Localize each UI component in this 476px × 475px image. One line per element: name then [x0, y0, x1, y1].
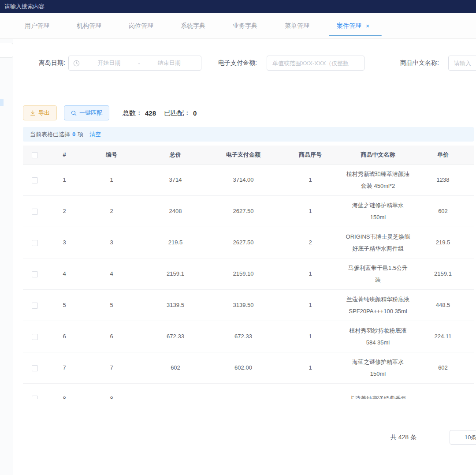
selection-count: 0 — [72, 131, 75, 138]
cell-unit: 219.5 — [412, 227, 474, 258]
cell-epay: 2627.50 — [210, 227, 277, 258]
selection-suffix: 项 — [78, 131, 83, 138]
start-date-placeholder[interactable]: 开始日期 — [82, 59, 136, 67]
cell-index: 5 — [47, 289, 82, 321]
row-checkbox[interactable] — [32, 209, 38, 215]
cell-total: 3139.5 — [141, 289, 210, 321]
cell-seq: 1 — [277, 289, 344, 321]
one-click-match-button[interactable]: 一键匹配 — [64, 105, 109, 120]
col-header-unit: 单价 — [412, 146, 474, 164]
row-checkbox[interactable] — [32, 396, 38, 399]
cell-unit — [412, 383, 474, 399]
cell-name: 植村秀羽纱持妆粉底液 584 35ml — [344, 321, 412, 352]
row-checkbox[interactable] — [32, 334, 38, 340]
table-row: 1 1 3714 3714.00 1 植村秀新琥珀臻萃洁颜油套装 450ml*2… — [23, 164, 474, 195]
export-button[interactable]: 导出 — [23, 105, 57, 120]
date-separator: - — [136, 60, 141, 67]
page-size-value: 10条/页 — [465, 434, 476, 441]
col-header-seq: 商品序号 — [277, 146, 344, 164]
total-count-value: 428 — [145, 109, 156, 117]
global-search-input[interactable]: 请输入搜索内容 — [0, 0, 45, 11]
cell-index: 2 — [47, 195, 82, 227]
cell-seq: 1 — [277, 352, 344, 383]
tab-system-dict[interactable]: 系统字典 — [181, 13, 205, 39]
col-header-name: 商品中文名称 — [344, 146, 412, 164]
cell-seq: 1 — [277, 321, 344, 352]
epay-amount-input[interactable] — [267, 56, 364, 70]
row-checkbox[interactable] — [32, 240, 38, 246]
close-icon[interactable]: × — [366, 22, 369, 30]
table-header-row: # 编号 总价 电子支付金额 商品序号 商品中文名称 单价 — [23, 146, 474, 164]
cell-unit: 448.5 — [412, 289, 474, 321]
cell-epay: 672.33 — [210, 321, 277, 352]
table-row: 5 5 3139.5 3139.50 1 兰蔻菁纯臻颜精华粉底液SPF20PA+… — [23, 289, 474, 321]
product-name-field-box — [448, 56, 476, 71]
download-icon — [30, 110, 36, 116]
cell-code: 3 — [82, 227, 141, 258]
cell-seq — [277, 383, 344, 399]
row-checkbox[interactable] — [32, 365, 38, 371]
cell-name: ORIGINS韦博士灵芝焕能好底子精华水两件组 — [344, 227, 412, 258]
cell-name: 卡诗菁纯亮泽经典香氛 — [344, 383, 412, 399]
cell-code: 6 — [82, 321, 141, 352]
table-row: 7 7 602 602.00 1 海蓝之谜修护精萃水 150ml 602 — [23, 352, 474, 383]
top-navbar: 请输入搜索内容 — [0, 0, 476, 13]
table-row: 6 6 672.33 672.33 1 植村秀羽纱持妆粉底液 584 35ml … — [23, 321, 474, 352]
cell-total — [141, 383, 210, 399]
cell-code: 1 — [82, 164, 141, 195]
cell-seq: 2 — [277, 227, 344, 258]
cell-epay: 2627.50 — [210, 195, 277, 227]
table-row: 3 3 219.5 2627.50 2 ORIGINS韦博士灵芝焕能好底子精华水… — [23, 227, 474, 258]
row-checkbox[interactable] — [32, 177, 38, 183]
product-name-input[interactable] — [449, 56, 476, 70]
search-icon — [71, 110, 77, 116]
selection-prefix: 当前表格已选择 — [30, 131, 70, 138]
cell-name: 植村秀新琥珀臻萃洁颜油套装 450ml*2 — [344, 164, 412, 195]
cell-name: 马爹利蓝带干邑1.5公升装 — [344, 258, 412, 289]
cell-epay — [210, 383, 277, 399]
epay-amount-field-box — [267, 56, 364, 71]
tab-business-dict[interactable]: 业务字典 — [233, 13, 257, 39]
table-row: 8 8 卡诗菁纯亮泽经典香氛 — [23, 383, 474, 399]
pagination-total-suffix: 条 — [410, 434, 416, 441]
partial-button-sliver — [0, 99, 4, 106]
clear-selection-link[interactable]: 清空 — [89, 131, 101, 138]
cell-total: 2408 — [141, 195, 210, 227]
col-header-code: 编号 — [82, 146, 141, 164]
page-size-select[interactable]: 10条/页 — [450, 430, 476, 445]
col-header-index: # — [47, 146, 82, 164]
end-date-placeholder[interactable]: 结束日期 — [142, 59, 197, 67]
cell-name: 兰蔻菁纯臻颜精华粉底液SPF20PA+++100 35ml — [344, 289, 412, 321]
cell-code: 2 — [82, 195, 141, 227]
pagination-total-prefix: 共 — [390, 434, 397, 441]
cell-index: 8 — [47, 383, 82, 399]
select-all-checkbox[interactable] — [32, 152, 38, 158]
cell-unit: 1238 — [412, 164, 474, 195]
collapsed-panel-corner — [0, 43, 13, 58]
cell-total: 602 — [141, 352, 210, 383]
date-range-label: 离岛日期: — [39, 59, 65, 67]
tab-post-management[interactable]: 岗位管理 — [129, 13, 153, 39]
pagination-total: 共 428 条 — [390, 434, 416, 441]
tab-case-management[interactable]: 案件管理 × — [337, 13, 369, 39]
tab-user-management[interactable]: 用户管理 — [25, 13, 49, 39]
toolbar: 导出 一键匹配 总数： 428 已匹配： 0 — [23, 105, 464, 121]
tab-org-management[interactable]: 机构管理 — [77, 13, 101, 39]
cell-name: 海蓝之谜修护精萃水 150ml — [344, 195, 412, 227]
cell-total: 672.33 — [141, 321, 210, 352]
date-range-picker[interactable]: 开始日期 - 结束日期 — [68, 56, 201, 71]
tab-case-management-label: 案件管理 — [337, 22, 361, 30]
epay-amount-label: 电子支付金额: — [218, 59, 257, 67]
filter-row: 离岛日期: 开始日期 - 结束日期 电子支付金额: 商品中文名称: — [13, 56, 476, 71]
pagination: 共 428 条 10条/页 — [0, 430, 476, 445]
pagination-total-value: 428 — [398, 434, 409, 441]
cell-unit: 602 — [412, 352, 474, 383]
cell-index: 6 — [47, 321, 82, 352]
row-checkbox[interactable] — [32, 303, 38, 309]
cell-index: 7 — [47, 352, 82, 383]
tab-bar: 用户管理 机构管理 岗位管理 系统字典 业务字典 菜单管理 案件管理 × — [0, 13, 476, 39]
tab-menu-management[interactable]: 菜单管理 — [285, 13, 309, 39]
row-checkbox[interactable] — [32, 271, 38, 277]
col-header-epay: 电子支付金额 — [210, 146, 277, 164]
cell-epay: 3714.00 — [210, 164, 277, 195]
